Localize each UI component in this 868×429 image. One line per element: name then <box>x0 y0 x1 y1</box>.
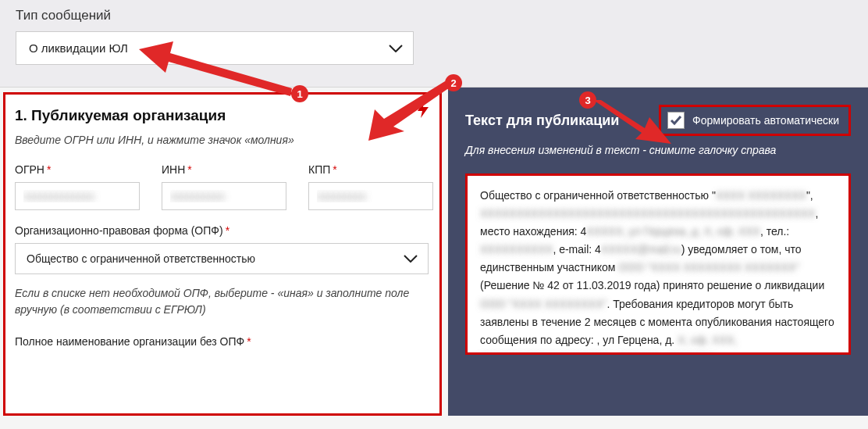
full-name-label: Полное наименование организации без ОПФ* <box>15 335 424 348</box>
publication-title: Текст для публикации <box>465 113 619 129</box>
opf-label: Организационно-правовая форма (ОПФ)* <box>15 224 424 237</box>
message-type-select[interactable]: О ликвидации ЮЛ <box>16 31 414 65</box>
organization-panel: 1. Публикуемая организация Введите ОГРН … <box>3 92 442 416</box>
opf-selected-value: Общество с ограниченной ответственностью <box>15 243 429 274</box>
organization-hint: Введите ОГРН или ИНН, и нажмите значок «… <box>15 134 424 146</box>
lightning-icon[interactable] <box>418 101 429 122</box>
kpp-input[interactable] <box>308 182 433 210</box>
publication-body[interactable]: Общество с ограниченной ответственностью… <box>465 173 851 355</box>
inn-field: ИНН* <box>162 163 286 210</box>
auto-generate-label: Формировать автоматически <box>692 114 839 127</box>
id-fields-row: ОГРН* ИНН* КПП* <box>15 163 424 210</box>
opf-hint: Если в списке нет необходимой ОПФ, выбер… <box>15 285 424 318</box>
auto-generate-block: Формировать автоматически <box>659 105 851 136</box>
kpp-field: КПП* <box>308 163 433 210</box>
svg-marker-0 <box>418 101 429 118</box>
auto-generate-checkbox[interactable] <box>667 112 685 129</box>
ogrn-label: ОГРН* <box>15 163 140 176</box>
main-row: 1. Публикуемая организация Введите ОГРН … <box>0 88 868 416</box>
kpp-label: КПП* <box>308 163 433 176</box>
publication-header: Текст для публикации Формировать автомат… <box>465 105 851 136</box>
opf-select[interactable]: Общество с ограниченной ответственностью <box>15 243 429 274</box>
publication-subhint: Для внесения изменений в текст - снимите… <box>465 144 851 156</box>
ogrn-input[interactable] <box>15 182 140 210</box>
inn-input[interactable] <box>162 182 286 210</box>
left-column: 1. Публикуемая организация Введите ОГРН … <box>0 88 448 416</box>
publication-text-panel: Текст для публикации Формировать автомат… <box>448 88 868 416</box>
organization-title: 1. Публикуемая организация <box>15 107 424 124</box>
message-type-section: Тип сообщений О ликвидации ЮЛ <box>0 0 868 88</box>
ogrn-field: ОГРН* <box>15 163 140 210</box>
inn-label: ИНН* <box>162 163 286 176</box>
message-type-selected-value: О ликвидации ЮЛ <box>16 31 414 65</box>
message-type-label: Тип сообщений <box>16 8 852 23</box>
